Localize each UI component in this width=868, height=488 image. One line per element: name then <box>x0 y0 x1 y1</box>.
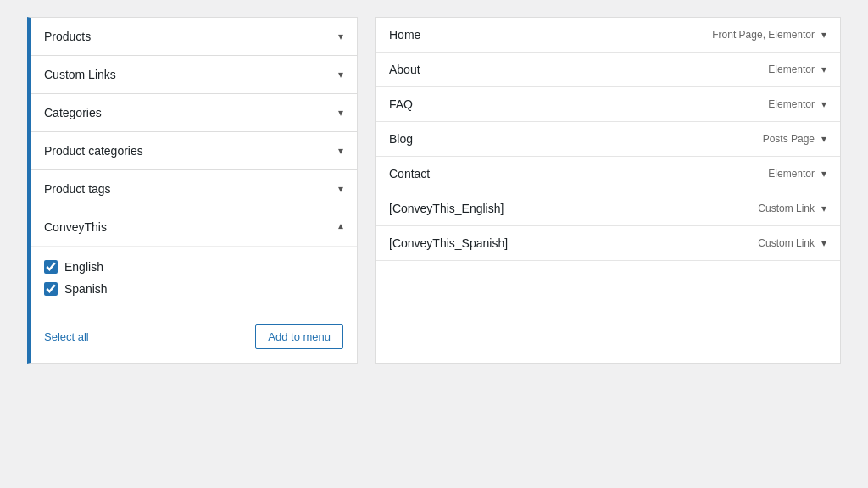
accordion-item-product-tags: Product tags ▾ <box>31 170 357 208</box>
chevron-down-icon: ▾ <box>821 202 826 214</box>
checkbox-item-spanish: Spanish <box>44 282 343 296</box>
menu-item-label-faq: FAQ <box>389 97 413 111</box>
menu-item-right-conveythis-spanish: Custom Link ▾ <box>758 237 826 249</box>
conveythis-content: English Spanish <box>31 246 357 318</box>
accordion-title-custom-links: Custom Links <box>44 68 116 81</box>
chevron-down-icon: ▾ <box>821 29 826 41</box>
add-to-menu-button[interactable]: Add to menu <box>255 324 343 349</box>
menu-item-label-home: Home <box>389 28 420 42</box>
chevron-down-icon: ▾ <box>821 98 826 110</box>
menu-item-right-blog: Posts Page ▾ <box>763 133 826 145</box>
chevron-down-icon: ▾ <box>821 133 826 145</box>
accordion-item-custom-links: Custom Links ▾ <box>31 56 357 94</box>
menu-item-label-conveythis-spanish: [ConveyThis_Spanish] <box>389 236 508 250</box>
accordion-header-categories[interactable]: Categories ▾ <box>31 94 357 131</box>
accordion-title-product-categories: Product categories <box>44 144 143 158</box>
accordion-item-product-categories: Product categories ▾ <box>31 132 357 170</box>
english-checkbox[interactable] <box>44 260 58 274</box>
select-all-link[interactable]: Select all <box>44 330 89 343</box>
english-label: English <box>64 260 103 274</box>
menu-item-right-conveythis-english: Custom Link ▾ <box>758 202 826 214</box>
accordion-item-products: Products ▾ <box>31 18 357 56</box>
menu-item-faq[interactable]: FAQ Elementor ▾ <box>376 87 840 122</box>
chevron-down-icon: ▾ <box>338 69 343 80</box>
chevron-down-icon: ▾ <box>821 64 826 75</box>
menu-item-tag-conveythis-spanish: Custom Link <box>758 237 815 249</box>
menu-item-label-blog: Blog <box>389 132 413 146</box>
menu-item-label-conveythis-english: [ConveyThis_English] <box>389 202 504 215</box>
chevron-down-icon: ▾ <box>338 107 343 119</box>
menu-item-right-faq: Elementor ▾ <box>768 98 826 110</box>
conveythis-footer: Select all Add to menu <box>31 318 357 363</box>
menu-item-home[interactable]: Home Front Page, Elementor ▾ <box>376 18 840 53</box>
menu-item-label-contact: Contact <box>389 167 430 180</box>
spanish-label: Spanish <box>64 282 108 296</box>
page-container: Products ▾ Custom Links ▾ Categories ▾ P… <box>27 17 841 364</box>
chevron-up-icon: ▾ <box>338 221 343 233</box>
accordion-header-products[interactable]: Products ▾ <box>31 18 357 55</box>
accordion-header-custom-links[interactable]: Custom Links ▾ <box>31 56 357 93</box>
chevron-down-icon: ▾ <box>338 183 343 195</box>
right-panel: Home Front Page, Elementor ▾ About Eleme… <box>375 17 841 364</box>
chevron-down-icon: ▾ <box>821 237 826 249</box>
menu-item-tag-conveythis-english: Custom Link <box>758 202 815 214</box>
accordion-item-categories: Categories ▾ <box>31 94 357 132</box>
menu-item-about[interactable]: About Elementor ▾ <box>376 53 840 87</box>
accordion-title-product-tags: Product tags <box>44 182 111 196</box>
spanish-checkbox[interactable] <box>44 282 58 296</box>
menu-item-blog[interactable]: Blog Posts Page ▾ <box>376 122 840 157</box>
menu-item-label-about: About <box>389 63 420 76</box>
menu-item-right-contact: Elementor ▾ <box>768 168 826 180</box>
menu-item-conveythis-english[interactable]: [ConveyThis_English] Custom Link ▾ <box>376 191 840 226</box>
chevron-down-icon: ▾ <box>338 145 343 157</box>
accordion-item-conveythis: ConveyThis ▾ English Spanish Select all … <box>31 208 357 363</box>
menu-item-tag-home: Front Page, Elementor <box>712 29 815 41</box>
checkbox-item-english: English <box>44 260 343 274</box>
chevron-down-icon: ▾ <box>338 30 343 42</box>
menu-item-right-home: Front Page, Elementor ▾ <box>712 29 826 41</box>
accordion-header-product-tags[interactable]: Product tags ▾ <box>31 170 357 208</box>
menu-item-tag-about: Elementor <box>768 64 815 75</box>
accordion-title-categories: Categories <box>44 106 102 119</box>
menu-item-tag-faq: Elementor <box>768 98 815 110</box>
left-panel: Products ▾ Custom Links ▾ Categories ▾ P… <box>27 17 358 364</box>
accordion-header-conveythis[interactable]: ConveyThis ▾ <box>31 208 357 246</box>
accordion-title-products: Products <box>44 30 91 43</box>
accordion-title-conveythis: ConveyThis <box>44 220 107 234</box>
accordion-header-product-categories[interactable]: Product categories ▾ <box>31 132 357 169</box>
menu-item-tag-blog: Posts Page <box>763 133 815 145</box>
menu-item-tag-contact: Elementor <box>768 168 815 180</box>
menu-item-conveythis-spanish[interactable]: [ConveyThis_Spanish] Custom Link ▾ <box>376 226 840 261</box>
menu-item-right-about: Elementor ▾ <box>768 64 826 75</box>
menu-item-contact[interactable]: Contact Elementor ▾ <box>376 157 840 191</box>
chevron-down-icon: ▾ <box>821 168 826 180</box>
